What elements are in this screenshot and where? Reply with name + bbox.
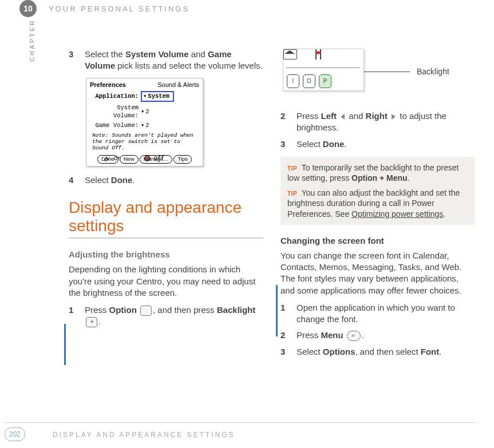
system-volume-picker[interactable]: ▾2 xyxy=(141,108,149,116)
text: Select xyxy=(297,139,323,149)
prefs-category: Sound & Alerts xyxy=(157,81,199,89)
picker-value: 2 xyxy=(145,122,149,129)
left-column: 3 Select the System Volume and Game Volu… xyxy=(69,49,263,362)
subsection-heading: Adjusting the brightness xyxy=(69,249,263,260)
chapter-number-badge: 10 xyxy=(19,0,37,17)
tip-label: TIP xyxy=(287,165,297,172)
bold-term: Option xyxy=(109,305,137,315)
tip-box: TIP To temporarily set the backlight to … xyxy=(280,157,475,225)
key-p-backlight: P xyxy=(319,74,331,88)
optimizing-power-link[interactable]: Optimizing power settings xyxy=(351,209,443,219)
step-body: Press Option , and then press Backlight … xyxy=(85,304,263,328)
text: Press xyxy=(297,111,321,121)
step-number: 3 xyxy=(280,138,297,150)
text: and xyxy=(346,111,365,121)
application-label: Application: xyxy=(90,92,141,100)
bold-term: System Volume xyxy=(125,49,189,59)
page-header-title: YOUR PERSONAL SETTINGS xyxy=(49,5,189,13)
section-heading: Display and appearance settings xyxy=(69,199,263,235)
left-arrow-icon xyxy=(341,114,345,120)
font-intro: You can change the screen font in Calend… xyxy=(280,250,475,296)
step-3: 3 Select the System Volume and Game Volu… xyxy=(69,49,263,72)
step-4: 4 Select Done. xyxy=(69,175,263,186)
step-number: 1 xyxy=(280,302,297,326)
text: . xyxy=(408,173,410,183)
done-button[interactable]: Done xyxy=(97,155,118,164)
text: Select xyxy=(85,175,111,185)
text: . xyxy=(132,175,135,185)
font-subheading: Changing the screen font xyxy=(280,235,475,247)
new-button[interactable]: New xyxy=(120,155,139,164)
step-number: 1 xyxy=(69,304,85,328)
bold-term: Done xyxy=(111,175,133,185)
blue-margin-bar xyxy=(276,285,278,336)
step-body: Select Done. xyxy=(85,175,263,186)
text: and xyxy=(189,49,208,59)
step-body: Select Options, and then select Font. xyxy=(297,346,475,358)
text: Select the xyxy=(85,49,125,59)
blue-margin-bar xyxy=(64,324,66,365)
text: . xyxy=(98,316,101,326)
right-column: I O P Backlight 2 Press Left and Right t… xyxy=(280,49,475,362)
brightness-step-3: 3 Select Done. xyxy=(280,138,475,150)
step-number: 4 xyxy=(69,175,85,186)
bold-term: Backlight xyxy=(217,305,256,315)
text: , and then press xyxy=(153,305,217,315)
picker-value: System xyxy=(148,93,169,100)
text: . xyxy=(362,330,364,340)
page-number-badge: 202 xyxy=(5,427,25,441)
footer-divider xyxy=(5,422,477,423)
font-step-2: 2 Press Menu ≡·. xyxy=(280,330,475,341)
tips-button[interactable]: Tips xyxy=(173,155,192,164)
section-underline xyxy=(69,237,263,239)
bold-term: Option + Menu xyxy=(351,173,408,183)
key-o: O xyxy=(303,74,315,88)
keyboard-callout: I O P Backlight xyxy=(283,49,475,94)
system-volume-label: System Volume: xyxy=(90,104,141,120)
bold-term: Options xyxy=(323,347,355,356)
text: Press xyxy=(297,330,321,340)
right-arrow-icon xyxy=(392,114,396,120)
footer-title: DISPLAY AND APPEARANCE SETTINGS xyxy=(53,431,235,439)
prefs-title: Preferences xyxy=(90,81,126,89)
step-number: 2 xyxy=(280,330,297,341)
text: Press xyxy=(85,305,109,315)
text: pick lists and select the volume levels. xyxy=(115,61,263,70)
callout-label: Backlight xyxy=(417,66,449,77)
text: . xyxy=(439,347,441,356)
text: Select xyxy=(297,347,323,356)
game-volume-label: Game Volume: xyxy=(90,121,141,129)
chapter-label-vertical: CHAPTER xyxy=(29,19,35,62)
intro-paragraph: Depending on the lighting conditions in … xyxy=(69,264,263,299)
tip-1: TIP To temporarily set the backlight to … xyxy=(287,162,468,183)
step-number: 2 xyxy=(280,110,297,134)
font-step-1: 1 Open the application in which you want… xyxy=(280,302,475,326)
step-body: Press Menu ≡·. xyxy=(297,330,475,341)
picker-value: 2 xyxy=(145,108,149,115)
backlight-key-icon: ☀ xyxy=(86,317,97,327)
game-volume-picker[interactable]: ▾2 xyxy=(141,121,149,129)
step-body: Press Left and Right to adjust the brigh… xyxy=(297,110,475,134)
prefs-note: Note: Sounds aren't played when the ring… xyxy=(92,133,199,152)
bold-term: Right xyxy=(366,111,388,121)
step-body: Select Done. xyxy=(297,138,475,150)
keyboard-diagram: I O P xyxy=(283,49,364,91)
bold-term: Menu xyxy=(321,330,343,340)
preferences-screenshot: Preferences Sound & Alerts Application: … xyxy=(86,78,203,166)
key-i: I xyxy=(287,74,299,88)
bold-term: Done xyxy=(323,139,345,149)
bold-term: Left xyxy=(321,111,337,121)
text: , and then select xyxy=(355,347,421,356)
application-picker[interactable]: ▾System xyxy=(141,91,174,101)
step-body: Open the application in which you want t… xyxy=(297,302,475,326)
step-number: 3 xyxy=(69,49,85,72)
status-led-icon xyxy=(315,49,321,60)
content-columns: 3 Select the System Volume and Game Volu… xyxy=(69,49,481,362)
text: . xyxy=(443,209,445,219)
envelope-icon xyxy=(283,49,297,60)
callout-line xyxy=(359,72,410,72)
option-key-icon xyxy=(140,306,152,316)
font-step-3: 3 Select Options, and then select Font. xyxy=(280,346,475,358)
brightness-step-1: 1 Press Option , and then press Backligh… xyxy=(69,304,263,328)
manage-button[interactable]: Manage… xyxy=(140,155,173,164)
